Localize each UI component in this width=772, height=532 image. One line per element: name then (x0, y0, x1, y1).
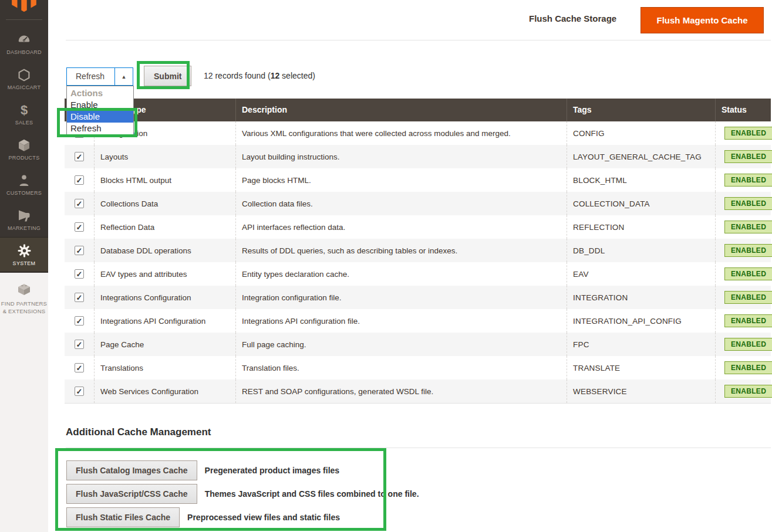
flush-js-css-row: Flush JavaScript/CSS Cache Themes JavaSc… (66, 483, 419, 504)
description-cell: Translation files. (235, 356, 567, 379)
description-cell: Integrations API configuration file. (235, 309, 567, 333)
cache-type-cell: Layouts (94, 145, 235, 168)
row-checkbox[interactable] (75, 387, 84, 396)
sidebar-item-label: MAGICCART (8, 84, 41, 90)
row-checkbox[interactable] (75, 246, 84, 255)
sidebar-dark-panel: DASHBOARD MAGICCART $ SALES PRODU (0, 0, 48, 273)
dropdown-option[interactable]: Refresh (67, 123, 133, 134)
table-row: Translations Translation files. TRANSLAT… (65, 356, 771, 379)
sidebar-item-label: MARKETING (8, 225, 41, 231)
sidebar-item-find-partners[interactable]: FIND PARTNERS & EXTENSIONS (0, 273, 48, 315)
sidebar-menu: DASHBOARD MAGICCART $ SALES PRODU (0, 26, 48, 272)
sidebar-item[interactable]: MAGICCART (0, 61, 48, 96)
row-checkbox-cell (65, 215, 94, 239)
mass-action-select[interactable]: Refresh ▲ (66, 67, 133, 86)
flush-static-files-description: Preprocessed view files and static files (187, 513, 340, 522)
select-toggle[interactable]: ▲ (114, 68, 133, 85)
status-cell: ENABLED (715, 121, 771, 145)
row-checkbox-cell (65, 239, 94, 262)
row-checkbox-cell (65, 286, 94, 309)
sidebar-item[interactable]: DASHBOARD (0, 26, 48, 61)
status-badge: ENABLED (724, 385, 772, 398)
flush-static-files-row: Flush Static Files Cache Preprocessed vi… (66, 507, 340, 527)
column-header-description[interactable]: Description (235, 99, 567, 121)
row-checkbox[interactable] (75, 152, 84, 161)
dropdown-option[interactable]: Enable (67, 99, 133, 111)
status-cell: ENABLED (715, 309, 771, 333)
status-cell: ENABLED (715, 239, 771, 262)
dashboard-icon (17, 32, 31, 48)
status-badge: ENABLED (724, 244, 772, 257)
tags-cell: BLOCK_HTML (567, 168, 715, 192)
row-checkbox[interactable] (75, 363, 84, 372)
sidebar-item[interactable]: MARKETING (0, 202, 48, 237)
row-checkbox-cell (65, 379, 94, 403)
additional-divider (66, 448, 771, 448)
row-checkbox[interactable] (75, 340, 84, 349)
tags-cell: LAYOUT_GENERAL_CACHE_TAG (567, 145, 715, 168)
flush-js-css-button[interactable]: Flush JavaScript/CSS Cache (66, 484, 197, 504)
description-cell: Full page caching. (235, 333, 567, 356)
row-checkbox[interactable] (75, 316, 84, 326)
system-icon (17, 243, 32, 259)
description-cell: REST and SOAP configurations, generated … (235, 379, 567, 403)
additional-cache-title: Additional Cache Management (66, 426, 211, 438)
sidebar-item[interactable]: SYSTEM (0, 237, 48, 272)
header-divider (66, 40, 771, 40)
column-header-status[interactable]: Status (715, 99, 771, 121)
row-checkbox[interactable] (75, 175, 84, 185)
submit-button[interactable]: Submit (144, 66, 191, 86)
description-cell: Integration configuration file. (235, 286, 567, 309)
flush-cache-storage-button[interactable]: Flush Cache Storage (529, 13, 616, 23)
status-badge: ENABLED (724, 338, 772, 351)
description-cell: Collection data files. (235, 192, 567, 215)
status-cell: ENABLED (715, 215, 771, 239)
mass-action-selected-value: Refresh (76, 68, 104, 85)
cache-type-cell: Integrations Configuration (94, 286, 235, 309)
magento-logo-icon[interactable] (12, 0, 36, 12)
grid-header-row: Cache Type Description Tags Status (65, 99, 771, 121)
status-badge: ENABLED (724, 361, 772, 374)
status-cell: ENABLED (715, 286, 771, 309)
status-cell: ENABLED (715, 356, 771, 379)
status-badge: ENABLED (724, 314, 772, 327)
status-badge: ENABLED (724, 221, 772, 233)
table-row: Integrations API Configuration Integrati… (65, 309, 771, 333)
sidebar-item[interactable]: $ SALES (0, 96, 48, 131)
tags-cell: DB_DDL (567, 239, 715, 262)
flush-static-files-button[interactable]: Flush Static Files Cache (66, 507, 180, 527)
row-checkbox[interactable] (75, 199, 84, 208)
flush-catalog-images-button[interactable]: Flush Catalog Images Cache (66, 460, 197, 480)
cache-type-cell: Collections Data (94, 192, 235, 215)
records-selected-count: 12 (271, 71, 280, 80)
column-header-tags[interactable]: Tags (567, 99, 715, 121)
cache-type-cell: Reflection Data (94, 215, 235, 239)
row-checkbox[interactable] (75, 293, 84, 302)
description-cell: Various XML configurations that were col… (235, 121, 567, 145)
status-badge: ENABLED (724, 127, 772, 140)
tags-cell: COLLECTION_DATA (567, 192, 715, 215)
flush-catalog-images-row: Flush Catalog Images Cache Pregenerated … (66, 460, 339, 480)
sales-icon: $ (21, 103, 28, 118)
table-row: Web Services Configuration REST and SOAP… (65, 379, 771, 403)
dropdown-option[interactable]: Disable (67, 111, 133, 123)
status-badge: ENABLED (724, 150, 772, 163)
status-cell: ENABLED (715, 145, 771, 168)
flush-js-css-description: Themes JavaScript and CSS files combined… (205, 489, 419, 499)
description-cell: Page blocks HTML. (235, 168, 567, 192)
cache-type-cell: Blocks HTML output (94, 168, 235, 192)
table-row: EAV types and attributes Entity types de… (65, 262, 771, 286)
status-cell: ENABLED (715, 333, 771, 356)
sidebar-item[interactable]: CUSTOMERS (0, 167, 48, 202)
sidebar-item-label: DASHBOARD (6, 49, 42, 55)
row-checkbox[interactable] (75, 222, 84, 232)
sidebar-item[interactable]: PRODUCTS (0, 131, 48, 167)
cache-type-cell: Translations (94, 356, 235, 379)
flush-magento-cache-button[interactable]: Flush Magento Cache (640, 7, 764, 33)
description-cell: Results of DDL queries, such as describi… (235, 239, 567, 262)
sidebar-light-panel: FIND PARTNERS & EXTENSIONS (0, 273, 48, 532)
tags-cell: FPC (567, 333, 715, 356)
table-row: Integrations Configuration Integration c… (65, 286, 771, 309)
row-checkbox[interactable] (75, 269, 84, 279)
status-badge: ENABLED (724, 174, 772, 187)
